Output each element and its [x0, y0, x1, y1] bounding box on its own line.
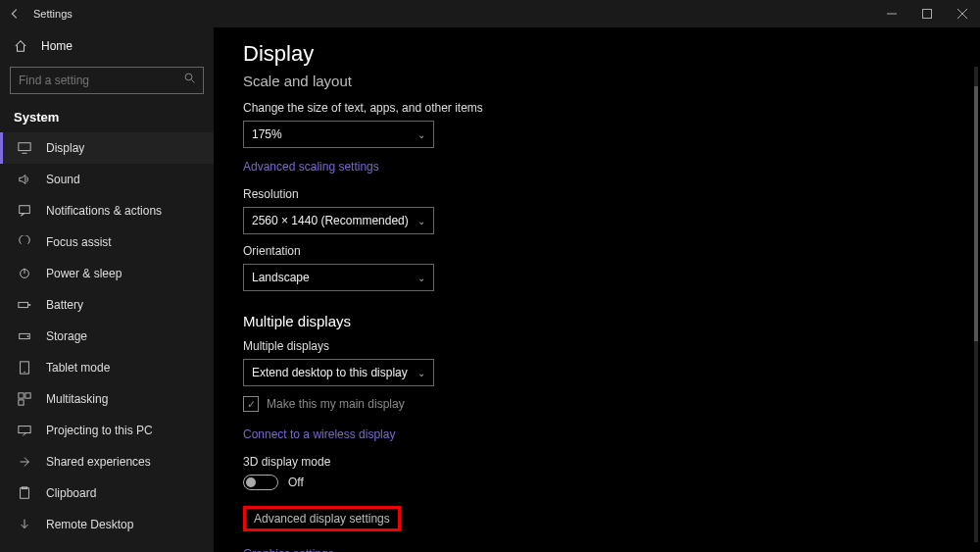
- graphics-settings-link[interactable]: Graphics settings: [243, 547, 334, 552]
- svg-rect-11: [19, 302, 28, 307]
- scale-layout-heading: Scale and layout: [243, 73, 951, 89]
- scale-dropdown[interactable]: 175% ⌄: [243, 121, 434, 148]
- sidebar-item-remote[interactable]: Remote Desktop: [0, 509, 214, 540]
- sidebar-item-notifications[interactable]: Notifications & actions: [0, 195, 214, 226]
- sidebar: Home System Display Sound Notifications …: [0, 27, 214, 552]
- multiple-displays-dropdown[interactable]: Extend desktop to this display ⌄: [243, 359, 434, 386]
- close-button[interactable]: [945, 0, 980, 27]
- back-button[interactable]: [8, 7, 22, 21]
- notifications-icon: [17, 204, 32, 218]
- home-icon: [14, 39, 27, 53]
- clipboard-icon: [17, 486, 32, 500]
- maximize-button[interactable]: [909, 0, 945, 27]
- advanced-display-settings-link[interactable]: Advanced display settings: [243, 506, 401, 531]
- multiple-displays-heading: Multiple displays: [243, 313, 951, 329]
- threeD-toggle[interactable]: [243, 475, 278, 490]
- svg-rect-20: [19, 427, 30, 433]
- svg-rect-8: [20, 206, 30, 214]
- page-title: Display: [243, 41, 951, 67]
- minimize-button[interactable]: [874, 0, 909, 27]
- advanced-scaling-link[interactable]: Advanced scaling settings: [243, 160, 379, 174]
- checkbox-icon: ✓: [243, 396, 259, 412]
- svg-point-14: [27, 335, 29, 337]
- sidebar-heading: System: [0, 104, 214, 132]
- resolution-label: Resolution: [243, 187, 951, 201]
- sidebar-item-battery[interactable]: Battery: [0, 289, 214, 321]
- window-controls: [874, 0, 980, 27]
- sidebar-item-clipboard[interactable]: Clipboard: [0, 477, 214, 509]
- home-label: Home: [41, 39, 73, 53]
- tablet-icon: [17, 361, 32, 375]
- threeD-state: Off: [288, 476, 304, 489]
- svg-rect-12: [28, 304, 30, 306]
- resolution-dropdown[interactable]: 2560 × 1440 (Recommended) ⌄: [243, 207, 434, 234]
- multiple-displays-label: Multiple displays: [243, 339, 951, 353]
- svg-rect-19: [19, 400, 24, 405]
- search-input[interactable]: [10, 67, 204, 94]
- window-title: Settings: [33, 8, 73, 20]
- svg-line-5: [192, 80, 195, 83]
- sidebar-item-projecting[interactable]: Projecting to this PC: [0, 415, 214, 446]
- svg-rect-18: [25, 393, 30, 398]
- orientation-label: Orientation: [243, 244, 951, 258]
- sidebar-item-focus-assist[interactable]: Focus assist: [0, 226, 214, 258]
- scrollbar-thumb[interactable]: [974, 86, 978, 341]
- storage-icon: [17, 329, 32, 343]
- remote-icon: [17, 518, 32, 531]
- sidebar-item-sound[interactable]: Sound: [0, 164, 214, 195]
- sidebar-item-tablet[interactable]: Tablet mode: [0, 352, 214, 383]
- sound-icon: [17, 173, 32, 186]
- sidebar-item-display[interactable]: Display: [0, 132, 214, 164]
- connect-wireless-link[interactable]: Connect to a wireless display: [243, 427, 395, 441]
- shared-icon: [17, 455, 32, 469]
- home-button[interactable]: Home: [0, 31, 214, 61]
- orientation-dropdown[interactable]: Landscape ⌄: [243, 264, 434, 291]
- sidebar-item-multitasking[interactable]: Multitasking: [0, 383, 214, 415]
- change-size-label: Change the size of text, apps, and other…: [243, 101, 951, 115]
- projecting-icon: [17, 424, 32, 437]
- power-icon: [17, 267, 32, 280]
- svg-point-4: [185, 74, 192, 80]
- sidebar-item-storage[interactable]: Storage: [0, 321, 214, 352]
- svg-rect-21: [21, 488, 29, 499]
- svg-rect-1: [923, 10, 932, 19]
- chevron-down-icon: ⌄: [417, 129, 425, 140]
- focus-assist-icon: [17, 235, 32, 249]
- main-display-checkbox[interactable]: ✓ Make this my main display: [243, 396, 951, 412]
- sidebar-item-shared[interactable]: Shared experiences: [0, 446, 214, 477]
- multitasking-icon: [17, 392, 32, 406]
- chevron-down-icon: ⌄: [417, 368, 425, 378]
- svg-rect-6: [19, 143, 30, 151]
- display-icon: [17, 141, 32, 155]
- battery-icon: [17, 298, 32, 312]
- chevron-down-icon: ⌄: [417, 273, 425, 283]
- search-icon: [184, 73, 196, 84]
- titlebar: Settings: [0, 0, 980, 27]
- svg-rect-17: [19, 393, 24, 398]
- sidebar-item-power[interactable]: Power & sleep: [0, 258, 214, 289]
- threeD-label: 3D display mode: [243, 455, 951, 469]
- svg-point-16: [24, 372, 24, 373]
- main-panel: Display Scale and layout Change the size…: [214, 27, 980, 552]
- chevron-down-icon: ⌄: [417, 216, 425, 226]
